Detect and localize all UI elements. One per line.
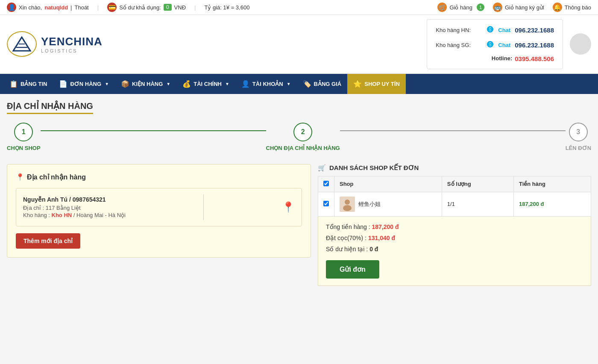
map-icon[interactable]: 📍	[282, 201, 295, 213]
bang-tin-icon: 📋	[9, 80, 18, 88]
tai-khoan-caret: ▼	[287, 82, 291, 86]
greeting-text: Xin chào,	[19, 4, 42, 11]
kho-sg-label: Kho hàng SG:	[436, 40, 483, 50]
row-checkbox[interactable]	[323, 201, 329, 206]
step-1-label: CHỌN SHOP	[7, 145, 41, 151]
cart-item[interactable]: 🛒 Giỏ hàng 1	[437, 3, 484, 12]
balance-row: Số dư hiện tại : 0 đ	[326, 246, 583, 252]
don-hang-icon: 📄	[59, 80, 67, 88]
nav-bang-tin[interactable]: 📋 BẢNG TIN	[3, 74, 53, 94]
consign-item[interactable]: 🚌 Giỏ hàng ký gửi	[493, 3, 544, 12]
pin-icon: 📍	[16, 173, 24, 181]
separator: |	[70, 4, 72, 11]
warehouse-suffix: / Hoàng Mai - Hà Nội	[73, 212, 126, 218]
don-hang-caret: ▼	[105, 82, 109, 86]
tai-chinh-icon: 💰	[182, 80, 191, 88]
cart-icon: 🛒	[437, 3, 447, 12]
nav-don-hang[interactable]: 📄 ĐƠN HÀNG ▼	[53, 74, 115, 94]
skype-icon-sg: 🅢	[487, 39, 494, 51]
addr-divider	[203, 194, 204, 220]
bus-icon: 🚌	[493, 3, 502, 12]
step-2-label: CHỌN ĐỊA CHỈ NHẬN HÀNG	[266, 145, 340, 151]
kho-hn-phone: 096.232.1688	[515, 24, 554, 36]
notify-label: Thông báo	[565, 4, 591, 11]
select-all-checkbox[interactable]	[323, 181, 329, 186]
nav-bang-gia[interactable]: 🏷️ BẢNG GIÁ	[297, 74, 348, 94]
logo-icon	[7, 31, 37, 57]
shop-list-title: 🛒 DANH SÁCH SHOP KẾT ĐƠN	[318, 164, 591, 172]
user-greeting: 👤 Xin chào, natuqldd | Thoát	[7, 3, 89, 12]
col-price: Tiền hàng	[514, 176, 591, 192]
hotline-phone: 0395.488.506	[515, 53, 554, 65]
header: YENCHINA LOGISTICS Kho hàng HN: 🅢 Chat 0…	[0, 15, 598, 74]
svg-point-7	[343, 205, 352, 211]
step-line-1	[41, 130, 266, 131]
deposit-label: Đặt cọc(70%) :	[326, 235, 366, 241]
divider2: |	[194, 4, 196, 11]
consign-label: Giỏ hàng ký gửi	[505, 4, 544, 11]
col-qty: Số lượng	[442, 176, 513, 192]
step-3: 3 LÊN ĐƠN	[566, 123, 591, 151]
shop-table-header-row: Shop Số lượng Tiền hàng	[318, 176, 591, 192]
nav-kien-hang-label: KIỆN HÀNG	[132, 81, 163, 87]
warehouse-link[interactable]: Kho HN	[52, 212, 72, 218]
cart-icon-title: 🛒	[318, 164, 326, 172]
chat-link-sg[interactable]: Chat	[498, 40, 510, 50]
submit-button[interactable]: Gửi đơn	[326, 260, 379, 279]
contact-info: Kho hàng HN: 🅢 Chat 096.232.1688 Kho hàn…	[427, 19, 563, 69]
step-1: 1 CHỌN SHOP	[7, 123, 41, 151]
nav-tai-chinh[interactable]: 💰 TÀI CHÍNH ▼	[176, 74, 235, 94]
divider1: |	[97, 4, 99, 11]
avatar	[570, 33, 591, 55]
topbar: 👤 Xin chào, natuqldd | Thoát | 💳 Số dư k…	[0, 0, 598, 15]
hotline-label: Hotline:	[492, 53, 512, 63]
bell-icon: 🔔	[553, 3, 562, 12]
topbar-right: 🛒 Giỏ hàng 1 🚌 Giỏ hàng ký gửi 🔔 Thông b…	[437, 3, 591, 12]
username[interactable]: natuqldd	[44, 4, 68, 11]
nav-shop-uy-tin[interactable]: ⭐ SHOP UY TÍN	[347, 74, 406, 94]
shop-list-title-text: DANH SÁCH SHOP KẾT ĐƠN	[329, 164, 419, 172]
kho-sg-row: Kho hàng SG: 🅢 Chat 096.232.1688	[436, 39, 554, 51]
chat-link-hn[interactable]: Chat	[498, 25, 510, 35]
address-info: Nguyễn Anh Tú / 0987654321 Địa chỉ : 117…	[23, 196, 126, 218]
logout-link[interactable]: Thoát	[74, 4, 88, 11]
address-panel: 📍 Địa chỉ nhận hàng Nguyễn Anh Tú / 0987…	[7, 164, 311, 258]
address-card: Nguyễn Anh Tú / 0987654321 Địa chỉ : 117…	[16, 188, 302, 226]
step-3-label: LÊN ĐƠN	[566, 145, 591, 151]
step-1-circle: 1	[14, 123, 33, 141]
content-row: 📍 Địa chỉ nhận hàng Nguyễn Anh Tú / 0987…	[7, 164, 591, 286]
kien-hang-icon: 📦	[121, 80, 129, 88]
logo-sub: LOGISTICS	[41, 48, 103, 53]
add-address-button[interactable]: Thêm mới địa chỉ	[16, 233, 80, 249]
page-title: ĐỊA CHỈ NHẬN HÀNG	[7, 101, 93, 114]
col-shop: Shop	[334, 176, 442, 192]
kho-hn-label: Kho hàng HN:	[436, 25, 483, 35]
kho-hn-row: Kho hàng HN: 🅢 Chat 096.232.1688	[436, 24, 554, 36]
balance-value: 0 đ	[369, 246, 378, 252]
step-2: 2 CHỌN ĐỊA CHỈ NHẬN HÀNG	[266, 123, 340, 151]
kho-sg-phone: 096.232.1688	[515, 39, 554, 51]
skype-icon-hn: 🅢	[487, 24, 494, 36]
address-name: Nguyễn Anh Tú / 0987654321	[23, 196, 126, 203]
step-2-circle: 2	[293, 123, 312, 141]
user-icon: 👤	[7, 3, 16, 12]
balance-unit: VNĐ	[174, 4, 186, 11]
deposit-row: Đặt cọc(70%) : 131,040 đ	[326, 235, 583, 241]
total-label: Tổng tiền hàng :	[326, 223, 370, 230]
row-price: 187,200 đ	[519, 201, 544, 207]
address-panel-title-text: Địa chỉ nhận hàng	[27, 173, 86, 181]
address-street: Địa chỉ : 117 Bằng Liệt	[23, 205, 126, 211]
balance-value: 0	[164, 4, 172, 11]
navbar: 📋 BẢNG TIN 📄 ĐƠN HÀNG ▼ 📦 KIỆN HÀNG ▼ 💰 …	[0, 74, 598, 94]
notify-item[interactable]: 🔔 Thông báo	[553, 3, 591, 12]
total-value: 187,200 đ	[372, 223, 399, 230]
balance-label: Số dư hiện tại :	[326, 246, 368, 252]
nav-tai-khoan[interactable]: 👤 TÀI KHOẢN ▼	[235, 74, 297, 94]
nav-don-hang-label: ĐƠN HÀNG	[70, 81, 101, 87]
logo[interactable]: YENCHINA LOGISTICS	[7, 31, 103, 57]
nav-kien-hang[interactable]: 📦 KIỆN HÀNG ▼	[115, 74, 176, 94]
shop-list-panel: 🛒 DANH SÁCH SHOP KẾT ĐƠN Shop Số lượng T…	[318, 164, 591, 286]
col-checkbox	[318, 176, 334, 192]
shop-name: 鲤鱼小姐	[358, 200, 381, 208]
tai-khoan-icon: 👤	[241, 80, 250, 88]
